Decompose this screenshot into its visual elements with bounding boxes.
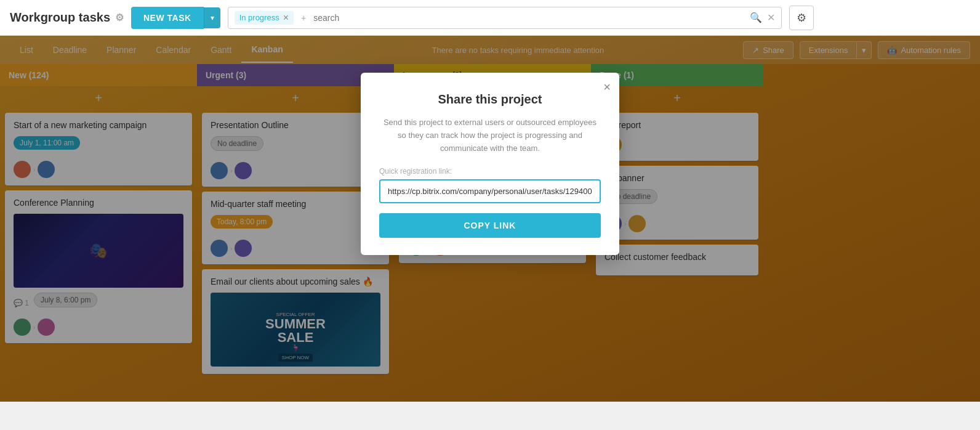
- modal-close-button[interactable]: ×: [603, 80, 611, 94]
- modal-copy-button[interactable]: COPY LINK: [379, 213, 601, 238]
- search-tag-close-icon[interactable]: ×: [283, 13, 289, 23]
- search-icon-group: 🔍 ✕: [750, 12, 775, 23]
- settings-icon-title: ⚙: [115, 12, 124, 23]
- settings-button[interactable]: ⚙: [789, 6, 814, 30]
- new-task-group: NEW TASK ▾: [131, 7, 220, 29]
- search-clear-icon[interactable]: ✕: [767, 12, 775, 23]
- modal-link-input[interactable]: [379, 179, 601, 203]
- board-wrapper: Bizfly List Deadline Planner Calendar Ga…: [0, 36, 980, 402]
- modal-description: Send this project to external users or o…: [379, 116, 601, 155]
- new-task-dropdown-button[interactable]: ▾: [204, 7, 220, 28]
- search-filter-tag[interactable]: In progress ×: [235, 11, 294, 25]
- modal-overlay: × Share this project Send this project t…: [0, 36, 980, 402]
- new-task-button[interactable]: NEW TASK: [131, 7, 204, 29]
- modal-link-label: Quick registration link:: [379, 167, 601, 176]
- search-input[interactable]: [313, 13, 744, 23]
- app-title: Workgroup tasks ⚙: [10, 10, 124, 25]
- header: Workgroup tasks ⚙ NEW TASK ▾ In progress…: [0, 0, 980, 36]
- modal-title: Share this project: [379, 92, 601, 107]
- share-modal: × Share this project Send this project t…: [361, 73, 619, 255]
- search-tag-label: In progress: [239, 13, 279, 22]
- search-bar: In progress × + 🔍 ✕: [228, 7, 782, 29]
- search-plus-icon: +: [301, 13, 306, 23]
- search-submit-icon[interactable]: 🔍: [750, 12, 762, 23]
- title-text: Workgroup tasks: [10, 10, 110, 25]
